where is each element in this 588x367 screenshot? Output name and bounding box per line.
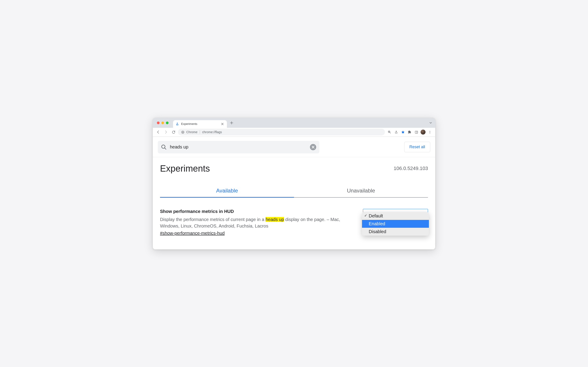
dropdown-option-enabled[interactable]: Enabled <box>362 220 429 228</box>
extensions-icon[interactable] <box>406 129 413 135</box>
page-content: Reset all Experiments 106.0.5249.103 Ava… <box>153 137 435 249</box>
flag-hash-link[interactable]: #show-performance-metrics-hud <box>160 231 225 236</box>
window-minimize-button[interactable] <box>161 122 164 124</box>
window-close-button[interactable] <box>157 122 160 124</box>
side-panel-icon[interactable] <box>413 129 419 135</box>
svg-point-7 <box>161 145 165 148</box>
avatar-image <box>421 130 426 134</box>
share-icon[interactable] <box>393 129 399 135</box>
address-bar[interactable]: Chrome chrome://flags <box>178 129 385 135</box>
tab-title: Experiments <box>181 122 218 125</box>
chrome-icon <box>181 131 185 134</box>
window-maximize-button[interactable] <box>166 122 169 124</box>
browser-tab[interactable]: Experiments <box>173 120 227 128</box>
reset-all-button[interactable]: Reset all <box>404 142 430 152</box>
svg-point-4 <box>430 131 430 131</box>
page-header: Experiments 106.0.5249.103 <box>160 164 428 174</box>
back-button[interactable] <box>155 129 161 135</box>
flask-icon <box>176 122 179 125</box>
tab-available[interactable]: Available <box>160 184 294 198</box>
tab-strip: Experiments <box>153 118 435 128</box>
menu-icon[interactable] <box>427 129 433 135</box>
search-input[interactable] <box>170 144 307 150</box>
tab-list-chevron-icon[interactable] <box>426 121 435 125</box>
svg-point-6 <box>430 133 430 133</box>
tabs-row: Available Unavailable <box>160 184 428 198</box>
flag-description: Display the performance metrics of curre… <box>160 216 356 229</box>
tab-unavailable[interactable]: Unavailable <box>294 184 428 198</box>
version-text: 106.0.5249.103 <box>394 166 428 171</box>
flag-title: Show performance metrics in HUD <box>160 209 356 214</box>
window-controls <box>155 122 171 124</box>
search-icon <box>161 144 167 150</box>
svg-rect-3 <box>415 131 418 133</box>
svg-point-0 <box>182 131 184 133</box>
flag-control: Default Enabled Disabled <box>363 209 428 236</box>
flag-row: Show performance metrics in HUD Display … <box>160 209 428 236</box>
browser-window: Experiments Chrome chrome://fl <box>153 118 435 250</box>
clear-search-icon[interactable] <box>310 144 316 150</box>
dropdown-option-disabled[interactable]: Disabled <box>362 228 429 236</box>
forward-button[interactable] <box>163 129 169 135</box>
new-tab-button[interactable] <box>228 119 235 126</box>
close-tab-icon[interactable] <box>221 122 224 126</box>
svg-point-1 <box>182 132 183 133</box>
svg-point-5 <box>430 132 430 133</box>
zoom-icon[interactable] <box>386 129 393 135</box>
flag-desc-highlight: heads up <box>266 217 284 222</box>
reload-button[interactable] <box>170 129 177 135</box>
dropdown-option-default[interactable]: Default <box>362 212 429 220</box>
search-box[interactable] <box>158 141 319 153</box>
site-chip[interactable]: Chrome <box>181 130 200 134</box>
site-chip-label: Chrome <box>186 130 198 134</box>
profile-avatar[interactable] <box>420 129 426 135</box>
url-text: chrome://flags <box>202 130 222 134</box>
search-row: Reset all <box>153 137 435 157</box>
flag-text: Show performance metrics in HUD Display … <box>160 209 356 236</box>
bookmark-star-icon[interactable] <box>400 129 406 135</box>
page-title: Experiments <box>160 164 210 174</box>
flag-desc-before: Display the performance metrics of curre… <box>160 217 266 222</box>
toolbar: Chrome chrome://flags <box>153 128 435 137</box>
flag-dropdown: Default Enabled Disabled <box>362 212 429 236</box>
